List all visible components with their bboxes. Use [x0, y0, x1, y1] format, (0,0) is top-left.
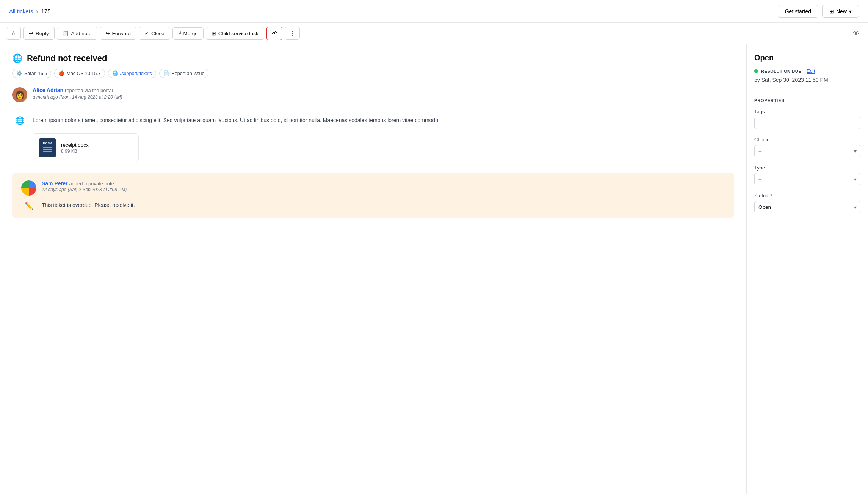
- docx-lines: [41, 147, 53, 152]
- message-content-alice: Alice Adrian reported via the portal a m…: [33, 87, 734, 102]
- note-body-row: ✏️ This ticket is overdue. Please resolv…: [21, 201, 725, 210]
- resolution-row: RESOLUTION DUE Edit: [754, 68, 860, 74]
- note-icon: 📋: [63, 30, 69, 36]
- star-button[interactable]: ☆: [6, 27, 21, 40]
- preview-button[interactable]: 👁: [851, 27, 862, 40]
- merge-icon: ⑂: [178, 31, 181, 36]
- private-note-block: Sam Peter added a private note 12 days a…: [12, 173, 734, 218]
- tags-label: Tags: [754, 109, 860, 114]
- type-field-group: Type --: [754, 165, 860, 185]
- ticket-status-label: Open: [754, 53, 860, 62]
- eye-check-icon: 👁: [271, 30, 277, 37]
- docx-label: DOCX: [42, 141, 53, 146]
- note-header-row: Sam Peter added a private note 12 days a…: [21, 180, 725, 196]
- ticket-number: 175: [41, 8, 51, 14]
- reply-icon: ↩: [29, 30, 33, 36]
- forward-icon: ↪: [105, 30, 110, 36]
- status-select[interactable]: Open Pending Resolved Closed: [754, 201, 860, 213]
- child-task-icon: ⊞: [212, 30, 216, 36]
- attachment-name: receipt.docx: [61, 142, 89, 148]
- resolution-edit-link[interactable]: Edit: [807, 68, 815, 74]
- sidebar-divider: [754, 92, 860, 92]
- close-icon: ✓: [144, 30, 149, 36]
- author-name-alice: Alice Adrian: [33, 87, 63, 93]
- merge-button[interactable]: ⑂ Merge: [172, 27, 204, 40]
- header-actions: Get started ⊞ New ▾: [778, 5, 859, 18]
- avatar-alice: 👩: [12, 87, 27, 102]
- more-options-button[interactable]: ⋮: [285, 27, 300, 40]
- docx-icon: DOCX: [39, 138, 56, 157]
- tags-field-group: Tags: [754, 109, 860, 129]
- forward-button[interactable]: ↪ Forward: [100, 27, 137, 40]
- safari-icon: ⚙️: [16, 70, 22, 76]
- note-meta: added a private note: [69, 181, 114, 186]
- choice-field-group: Choice --: [754, 137, 860, 157]
- ticket-tags: ⚙️ Safari 16.5 🍎 Mac OS 10.15.7 🌐 /suppo…: [12, 69, 734, 78]
- resolution-due-label: RESOLUTION DUE: [761, 69, 801, 74]
- breadcrumb: All tickets › 175: [9, 8, 51, 15]
- eye-with-check-button[interactable]: 👁: [266, 27, 282, 40]
- note-time: 12 days ago (Sat, 2 Sep 2023 at 2:08 PM): [42, 187, 725, 192]
- all-tickets-link[interactable]: All tickets: [9, 8, 33, 14]
- apple-icon: 🍎: [58, 70, 64, 76]
- get-started-button[interactable]: Get started: [778, 5, 818, 18]
- new-button[interactable]: ⊞ New ▾: [822, 5, 859, 18]
- plus-icon: ⊞: [829, 8, 834, 14]
- star-icon: ☆: [11, 30, 16, 36]
- tag-support-link[interactable]: 🌐 /support/tickets: [108, 69, 156, 78]
- eye-icon: 👁: [853, 30, 860, 37]
- status-field-group: Status * Open Pending Resolved Closed: [754, 193, 860, 213]
- attachment-size: 8.99 KB: [61, 149, 89, 154]
- tag-safari: ⚙️ Safari 16.5: [12, 69, 51, 78]
- content-area: 🌐 Refund not received ⚙️ Safari 16.5 🍎 M…: [0, 44, 747, 494]
- chevron-down-icon: ▾: [849, 8, 852, 14]
- ticket-toolbar: ☆ ↩ Reply 📋 Add note ↪ Forward ✓ Close ⑂…: [0, 23, 868, 44]
- status-required-mark: *: [770, 193, 772, 199]
- message-time-alice: a month ago (Mon, 14 Aug 2023 at 2:20 AM…: [33, 94, 734, 100]
- message-text-alice: Lorem ipsum dolor sit amet, consectetur …: [33, 116, 440, 128]
- attachment-info: receipt.docx 8.99 KB: [61, 142, 89, 154]
- choice-select[interactable]: --: [754, 145, 860, 157]
- main-layout: 🌐 Refund not received ⚙️ Safari 16.5 🍎 M…: [0, 44, 868, 494]
- ticket-sidebar: Open RESOLUTION DUE Edit by Sat, Sep 30,…: [747, 44, 868, 494]
- message-body-alice: 🌐 Lorem ipsum dolor sit amet, consectetu…: [12, 113, 734, 128]
- add-note-button[interactable]: 📋 Add note: [57, 27, 97, 40]
- message-header-alice: Alice Adrian reported via the portal: [33, 87, 734, 93]
- author-name-sam: Sam Peter: [42, 180, 67, 186]
- doc-icon: 📄: [163, 70, 169, 76]
- type-select-wrapper: --: [754, 173, 860, 185]
- avatar-sam: [21, 180, 36, 196]
- ticket-title: Refund not received: [27, 53, 107, 63]
- status-select-wrapper: Open Pending Resolved Closed: [754, 201, 860, 213]
- child-service-task-button[interactable]: ⊞ Child service task: [206, 27, 264, 40]
- reply-button[interactable]: ↩ Reply: [23, 27, 55, 40]
- note-header-content: Sam Peter added a private note 12 days a…: [42, 180, 725, 192]
- tag-macos: 🍎 Mac OS 10.15.7: [54, 69, 105, 78]
- globe-small-icon: 🌐: [112, 70, 118, 76]
- type-label: Type: [754, 165, 860, 171]
- tags-input[interactable]: [754, 117, 860, 129]
- properties-label: PROPERTIES: [754, 98, 860, 103]
- status-label: Status *: [754, 193, 860, 199]
- ticket-title-row: 🌐 Refund not received: [12, 53, 734, 63]
- message-alice: 👩 Alice Adrian reported via the portal a…: [12, 87, 734, 102]
- tag-report-issue: 📄 Report an issue: [159, 69, 209, 78]
- resolution-due-dot: [754, 69, 758, 73]
- pencil-icon: ✏️: [21, 202, 36, 210]
- close-button[interactable]: ✓ Close: [139, 27, 170, 40]
- resolution-due-date: by Sat, Sep 30, 2023 11:59 PM: [754, 76, 860, 84]
- more-icon: ⋮: [290, 30, 295, 36]
- choice-label: Choice: [754, 137, 860, 143]
- globe-icon: 🌐: [12, 53, 22, 63]
- type-select[interactable]: --: [754, 173, 860, 185]
- message-meta-alice: reported via the portal: [65, 88, 113, 93]
- attachment-receipt[interactable]: DOCX receipt.docx 8.99 KB: [33, 133, 139, 162]
- globe-avatar: 🌐: [12, 113, 27, 128]
- top-header: All tickets › 175 Get started ⊞ New ▾: [0, 0, 868, 23]
- note-body-text: This ticket is overdue. Please resolve i…: [42, 201, 135, 210]
- choice-select-wrapper: --: [754, 145, 860, 157]
- breadcrumb-separator: ›: [36, 8, 38, 15]
